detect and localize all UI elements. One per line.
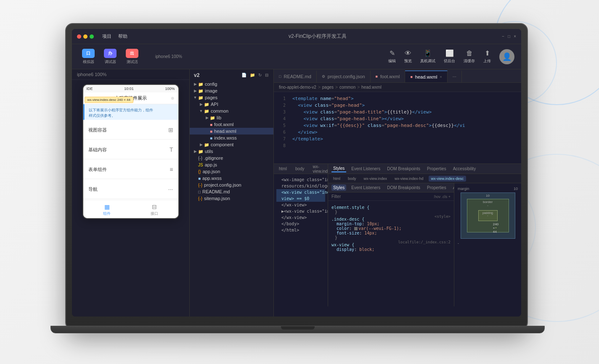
tree-item-app-json[interactable]: ▶ {} app.json xyxy=(190,168,273,175)
win-control-max[interactable]: □ xyxy=(508,34,510,39)
json-icon-project: {-} xyxy=(198,183,202,187)
minimize-button[interactable] xyxy=(83,34,87,39)
box-content-area: 240 × 44 xyxy=(496,227,496,228)
box-padding-area: padding - 240 × 44 xyxy=(478,210,498,221)
tree-item-pages[interactable]: ▼ 📁 pages xyxy=(190,94,273,101)
simulate-button[interactable]: 口 模拟器 xyxy=(79,47,98,66)
breadcrumb-root: fino-applet-demo-v2 xyxy=(279,85,316,90)
preview-content[interactable]: <wx-image class="index-logo" src="../res… xyxy=(274,174,328,306)
clear-cache-action[interactable]: 🗑 清缓存 xyxy=(464,50,475,64)
tree-item-app-js[interactable]: ▶ JS app.js xyxy=(190,161,273,168)
debug-button[interactable]: 办 调试器 xyxy=(101,47,120,66)
nav-item-api[interactable]: ⊟ 接口 xyxy=(131,203,178,216)
close-button[interactable] xyxy=(77,34,81,39)
tree-item-head-wxml[interactable]: ▶ ■ head.wxml xyxy=(190,128,273,135)
tree-item-component[interactable]: ▶ 📁 component xyxy=(190,141,273,148)
subtab-styles[interactable]: Styles xyxy=(331,185,346,191)
background-label: 切后台 xyxy=(444,58,455,64)
head-wxml-tab-close[interactable]: × xyxy=(440,75,442,79)
background-action[interactable]: ⬜ 切后台 xyxy=(444,49,455,64)
menu-item-help[interactable]: 帮助 xyxy=(118,33,127,40)
code-content[interactable]: <template name="head"> <view class="page… xyxy=(289,92,521,164)
preview-tab-wx-index[interactable]: wx-view.index xyxy=(311,164,328,174)
devtools-tab-event-listeners[interactable]: Event Listeners xyxy=(350,166,382,172)
list-item-1[interactable]: 视图容器 ⊞ xyxy=(83,121,178,140)
devtools-tab-properties[interactable]: Properties xyxy=(425,166,448,172)
tree-item-readme[interactable]: ▶ □ README.md xyxy=(190,188,273,195)
style-source-index-desc: <style> xyxy=(435,214,451,222)
styles-filter-hint: :hov .cls + xyxy=(433,195,451,199)
preview-tab-html[interactable]: html xyxy=(277,166,289,172)
tree-item-foot-wxml[interactable]: ▶ ■ foot.wxml xyxy=(190,121,273,128)
tab-project-config[interactable]: ⚙ project.config.json xyxy=(317,71,371,82)
preview-action[interactable]: 👁 预览 xyxy=(404,50,412,64)
tree-label-utils: utils xyxy=(205,149,213,154)
tab-foot-wxml[interactable]: ■ foot.wxml xyxy=(371,71,406,82)
device-debug-action[interactable]: 📱 真机调试 xyxy=(420,49,435,64)
element-tab-html[interactable]: html xyxy=(331,176,343,182)
code-editor[interactable]: 1 2 3 4 5 6 7 8 <template name="head"> xyxy=(274,92,521,164)
element-tab-wx-index-desc[interactable]: wx-view.index-desc xyxy=(429,176,466,182)
box-bottom-label: - xyxy=(458,241,459,245)
style-source-wx-view: localfile:/_index.css:2 xyxy=(398,240,451,247)
folder-icon-lib: 📁 xyxy=(210,116,215,120)
maximize-button[interactable] xyxy=(90,34,94,39)
devtools-tab-dom-breakpoints[interactable]: DOM Breakpoints xyxy=(385,166,422,172)
refresh-icon[interactable]: ↻ xyxy=(257,72,262,78)
devtools-tab-accessibility[interactable]: Accessibility xyxy=(451,166,477,172)
tab-more[interactable]: ··· xyxy=(448,71,462,82)
tree-item-config[interactable]: ▶ 📁 config xyxy=(190,81,273,87)
nav-item-components[interactable]: ▦ 组件 xyxy=(83,203,131,216)
edit-action[interactable]: ✎ 编辑 xyxy=(388,49,396,64)
collapse-icon[interactable]: ⊟ xyxy=(264,72,269,78)
user-avatar[interactable]: 👤 xyxy=(499,49,514,64)
list-item-2-label: 基础内容 xyxy=(88,147,107,153)
styles-content[interactable]: element.style { } .index-desc { xyxy=(328,201,454,306)
subtab-event-listeners[interactable]: Event Listeners xyxy=(350,185,382,191)
preview-line-1: <wx-image class="index-logo" src="../res… xyxy=(276,177,325,183)
new-folder-icon[interactable]: 📁 xyxy=(249,72,256,78)
tree-item-api[interactable]: ▶ 📁 API xyxy=(190,101,273,108)
tree-item-project-config[interactable]: ▶ {-} project.config.json xyxy=(190,182,273,188)
win-control-min[interactable]: − xyxy=(502,34,504,39)
subtab-properties[interactable]: Properties xyxy=(425,185,448,191)
tree-item-utils[interactable]: ▶ 📁 utils xyxy=(190,148,273,155)
test-button[interactable]: 出 测试活 xyxy=(122,47,142,66)
line-num-3: 3 xyxy=(274,109,289,116)
win-control-close[interactable]: × xyxy=(514,34,516,39)
list-item-4[interactable]: 导航 ··· xyxy=(83,180,178,199)
phone-time: 10:01 xyxy=(124,87,134,91)
head-wxml-tab-label: head.wxml xyxy=(415,74,437,79)
element-tab-wx-index-hd[interactable]: wx-view.index-hd xyxy=(392,176,426,182)
new-file-icon[interactable]: 📄 xyxy=(241,72,247,78)
tree-item-index-wxss[interactable]: ▶ ■ index.wxss xyxy=(190,135,273,141)
json-icon-app: {} xyxy=(198,169,201,174)
list-item-2[interactable]: 基础内容 T xyxy=(83,140,178,159)
element-tab-body[interactable]: body xyxy=(345,176,359,182)
list-item-3-label: 表单组件 xyxy=(88,166,107,173)
tree-item-image[interactable]: ▶ 📁 image xyxy=(190,87,273,94)
tab-readme[interactable]: □ README.md xyxy=(274,71,317,82)
devtools-tab-styles[interactable]: Styles xyxy=(331,165,346,172)
toolbar-actions: ✎ 编辑 👁 预览 📱 真机调试 ⬜ 切后台 xyxy=(388,49,514,64)
tree-item-sitemap[interactable]: ▶ {-} sitemap.json xyxy=(190,195,273,202)
list-item-3[interactable]: 表单组件 ≡ xyxy=(83,160,178,179)
tree-item-common[interactable]: ▼ 📁 common xyxy=(190,108,273,114)
subtab-dom-breakpoints[interactable]: DOM Breakpoints xyxy=(385,185,422,191)
code-line-7: </template> xyxy=(292,136,521,142)
styles-filter-input[interactable] xyxy=(331,194,431,199)
element-tab-wx-index[interactable]: wx-view.index xyxy=(361,176,390,182)
preview-line-4: view> == $0 xyxy=(276,195,325,202)
upload-action[interactable]: ⬆ 上传 xyxy=(483,49,491,64)
laptop-shell: 项目 帮助 v2-FinClip小程序开发工具 − □ × 口 模拟器 xyxy=(65,23,528,330)
tree-item-app-wxss[interactable]: ▶ ■ app.wxss xyxy=(190,175,273,182)
tree-label-gitignore: .gitignore xyxy=(204,156,223,161)
line-num-4: 4 xyxy=(274,116,289,122)
list-item-4-icon: ··· xyxy=(168,186,173,193)
preview-tab-body[interactable]: body xyxy=(294,166,306,172)
line-num-6: 6 xyxy=(274,129,289,136)
tree-item-lib[interactable]: ▶ 📁 lib xyxy=(190,114,273,121)
tree-item-gitignore[interactable]: ▶ {-} .gitignore xyxy=(190,155,273,161)
tab-head-wxml[interactable]: ■ head.wxml × xyxy=(405,71,447,82)
menu-item-project[interactable]: 项目 xyxy=(102,33,111,40)
